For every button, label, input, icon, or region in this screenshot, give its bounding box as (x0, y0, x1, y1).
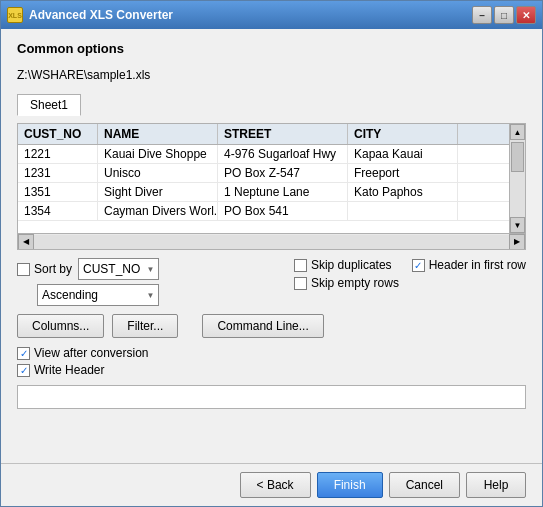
table-row: 1354 Cayman Divers Worl... PO Box 541 (18, 202, 509, 221)
window-title: Advanced XLS Converter (29, 8, 472, 22)
table-row: 1231 Unisco PO Box Z-547 Freeport (18, 164, 509, 183)
table-row: 1351 Sight Diver 1 Neptune Lane Kato Pap… (18, 183, 509, 202)
minimize-button[interactable]: – (472, 6, 492, 24)
cell-name-1: Unisco (98, 164, 218, 182)
close-button[interactable]: ✕ (516, 6, 536, 24)
skip-empty-rows-label[interactable]: Skip empty rows (294, 276, 526, 290)
help-button[interactable]: Help (466, 472, 526, 498)
columns-button[interactable]: Columns... (17, 314, 104, 338)
write-header-checkbox[interactable] (17, 364, 30, 377)
sort-section: Sort by CUST_NO Ascending (17, 258, 159, 306)
table-body: 1221 Kauai Dive Shoppe 4-976 Sugarloaf H… (18, 145, 509, 233)
app-icon: XLS (7, 7, 23, 23)
back-button[interactable]: < Back (240, 472, 311, 498)
table-header: CUST_NO NAME STREET CITY (18, 124, 509, 145)
title-bar: XLS Advanced XLS Converter – □ ✕ (1, 1, 542, 29)
bottom-bar: < Back Finish Cancel Help (1, 463, 542, 506)
output-path-input[interactable] (17, 385, 526, 409)
col-header-street: STREET (218, 124, 348, 144)
tab-sheet1[interactable]: Sheet1 (17, 94, 81, 116)
vertical-scrollbar[interactable]: ▲ ▼ (509, 124, 525, 233)
col-header-name: NAME (98, 124, 218, 144)
sort-by-checkbox[interactable] (17, 263, 30, 276)
sort-field-select[interactable]: CUST_NO (78, 258, 159, 280)
main-content: Common options Z:\WSHARE\sample1.xls She… (1, 29, 542, 463)
sort-row: Sort by CUST_NO (17, 258, 159, 280)
maximize-button[interactable]: □ (494, 6, 514, 24)
header-in-first-row-checkbox[interactable] (412, 259, 425, 272)
cell-city-2: Kato Paphos (348, 183, 458, 201)
cell-street-0: 4-976 Sugarloaf Hwy (218, 145, 348, 163)
action-buttons: Columns... Filter... Command Line... (17, 314, 526, 338)
section-title: Common options (17, 41, 526, 56)
cell-city-0: Kapaa Kauai (348, 145, 458, 163)
cell-cust-2: 1351 (18, 183, 98, 201)
cell-city-1: Freeport (348, 164, 458, 182)
cell-city-3 (348, 202, 458, 220)
header-in-first-row-label[interactable]: Header in first row (412, 258, 526, 272)
skip-duplicates-label[interactable]: Skip duplicates (294, 258, 392, 272)
col-header-city: CITY (348, 124, 458, 144)
cell-name-2: Sight Diver (98, 183, 218, 201)
cell-street-3: PO Box 541 (218, 202, 348, 220)
filter-button[interactable]: Filter... (112, 314, 178, 338)
cell-cust-0: 1221 (18, 145, 98, 163)
cell-cust-1: 1231 (18, 164, 98, 182)
tab-area: Sheet1 (17, 94, 526, 115)
sort-order-select[interactable]: Ascending (37, 284, 159, 306)
view-options: View after conversion Write Header (17, 346, 526, 377)
skip-duplicates-checkbox[interactable] (294, 259, 307, 272)
scrollbar-thumb[interactable] (511, 142, 524, 172)
write-header-label[interactable]: Write Header (17, 363, 526, 377)
main-window: XLS Advanced XLS Converter – □ ✕ Common … (0, 0, 543, 507)
table-row: 1221 Kauai Dive Shoppe 4-976 Sugarloaf H… (18, 145, 509, 164)
scrollbar-down-button[interactable]: ▼ (510, 217, 525, 233)
scroll-right-button[interactable]: ▶ (509, 234, 525, 250)
data-table: CUST_NO NAME STREET CITY 1221 Kauai Dive… (17, 123, 526, 250)
cell-name-3: Cayman Divers Worl... (98, 202, 218, 220)
sort-by-checkbox-label[interactable]: Sort by (17, 262, 72, 276)
scroll-track[interactable] (34, 235, 509, 249)
command-line-button[interactable]: Command Line... (202, 314, 323, 338)
title-buttons: – □ ✕ (472, 6, 536, 24)
right-checkboxes: Skip duplicates Header in first row Skip… (294, 258, 526, 290)
cell-street-2: 1 Neptune Lane (218, 183, 348, 201)
scroll-left-button[interactable]: ◀ (18, 234, 34, 250)
skip-empty-rows-checkbox[interactable] (294, 277, 307, 290)
sort-by-label: Sort by (34, 262, 72, 276)
cell-name-0: Kauai Dive Shoppe (98, 145, 218, 163)
cell-cust-3: 1354 (18, 202, 98, 220)
file-path: Z:\WSHARE\sample1.xls (17, 68, 526, 82)
view-after-conversion-checkbox[interactable] (17, 347, 30, 360)
view-after-conversion-label[interactable]: View after conversion (17, 346, 526, 360)
finish-button[interactable]: Finish (317, 472, 383, 498)
cancel-button[interactable]: Cancel (389, 472, 460, 498)
cell-street-1: PO Box Z-547 (218, 164, 348, 182)
scrollbar-up-button[interactable]: ▲ (510, 124, 525, 140)
horizontal-scrollbar[interactable]: ◀ ▶ (18, 233, 525, 249)
col-header-cust-no: CUST_NO (18, 124, 98, 144)
